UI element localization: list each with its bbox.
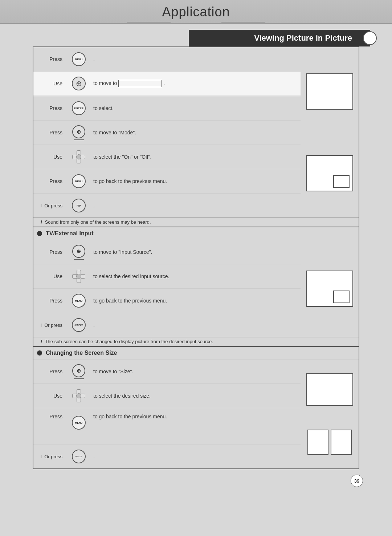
step-row: Use ⊕ to move to . [33,72,301,96]
step-label: Use [37,81,66,86]
step-label: Press [37,56,66,62]
pip-subscreen [333,175,350,188]
size-diagrams [301,360,359,468]
bullet-row-2: l The sub-screen can be changed to displ… [33,337,359,346]
step-row: Use to select the "On" or "Off". [33,145,301,169]
step-row: Press MENU to go back to the previous me… [33,169,301,194]
step-row: Use to select the desired input source. [33,264,301,289]
menu-button-icon: MENU [70,50,88,68]
size-box-right [331,430,352,455]
cross-button-icon [70,148,88,166]
step-label: Press [37,130,66,135]
step-label: Use [37,154,66,160]
step-row: Press MENU to go back to the previous me… [33,289,301,313]
step-label: Press [37,414,66,419]
menu-button-icon-size: MENU [70,414,88,432]
step-row: Press ⊕ to move to "Mode". [33,121,301,145]
menu-button-icon-2: MENU [70,172,88,190]
step-label: Use [37,273,66,279]
subsection-dot [37,231,42,236]
subsection-size-header: Changing the Screen Size [33,347,359,360]
nav-small-button-icon-tv: ⊕ [70,243,88,261]
step-row: Press MENU . [33,47,301,72]
step-row: l Or press PIP . [33,194,301,218]
tv-subscreen [333,291,350,303]
step-label: Press [37,369,66,374]
nav-button-icon: ⊕ [70,74,88,93]
pip-with-subscreen-diagram [306,155,353,191]
step-label: l Or press [37,203,66,208]
mode-diagrams [301,47,359,218]
step-label: l Or press [37,454,66,459]
section-header: Viewing Picture in Picture [189,30,370,46]
nav-small-button-icon-size: ⊕ [70,362,88,381]
step-label: Press [37,249,66,255]
page-footer: 39 [22,475,370,487]
step-label: l Or press [37,322,66,328]
step-label: Press [37,298,66,304]
size-box-left [307,430,328,455]
step-row: Press ⊕ to move to "Size". [33,360,301,384]
step-label: Press [37,105,66,111]
main-content: Press MENU . Use ⊕ to move to . [33,46,359,469]
bullet-row-1: l Sound from only one of the screens may… [33,218,359,227]
subsection-dot-2 [37,350,42,356]
step-row: Press ⊕ to move to "Input Source". [33,240,301,264]
step-row: Press ENTER to select. [33,96,301,121]
step-row: Press MENU to go back to the previous me… [33,408,301,444]
step-label: Press [37,178,66,184]
psize-button-icon: P.SIZE [70,447,88,466]
subsection-tv-header: TV/External Input [33,227,359,240]
page-title-bar: Application [0,0,392,24]
menu-button-icon-tv: MENU [70,292,88,310]
input-button-icon: 2/INPUT [70,316,88,334]
cross-button-icon-tv [70,267,88,285]
step-row: l Or press P.SIZE . [33,444,301,468]
page-title: Application [162,4,230,20]
enter-button-icon: ENTER [70,99,88,117]
size-large-box [306,373,353,406]
nav-small-button-icon: ⊕ [70,123,88,142]
step-row: l Or press 2/INPUT . [33,313,301,337]
step-row: Use to select the desired size. [33,384,301,408]
step-label: Use [37,393,66,399]
page-number: 39 [351,475,363,487]
tv-diagram [301,240,359,337]
tv-diagram-box [306,271,353,307]
section-header-circle [363,31,377,45]
size-two-boxes [307,430,352,455]
pip-button-icon: PIP [70,196,88,215]
cross-button-icon-size [70,387,88,405]
pip-large-diagram [306,73,353,110]
